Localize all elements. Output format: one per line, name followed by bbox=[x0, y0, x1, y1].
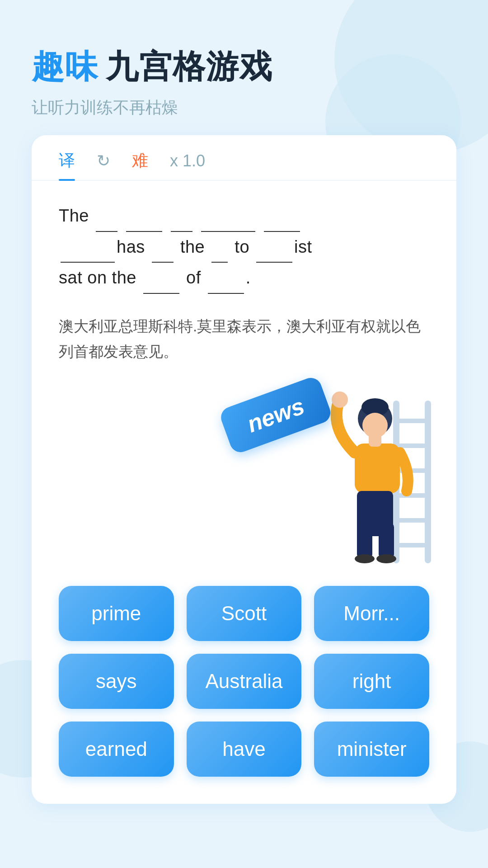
tab-difficulty[interactable]: 难 bbox=[132, 150, 148, 180]
blank-9 bbox=[256, 232, 292, 263]
svg-rect-1 bbox=[425, 401, 431, 563]
title-main: 九宫格游戏 bbox=[106, 45, 273, 89]
main-card: 译 ↻ 难 x 1.0 The bbox=[32, 135, 456, 804]
svg-rect-6 bbox=[393, 518, 431, 523]
svg-rect-2 bbox=[393, 419, 431, 423]
blank-10 bbox=[143, 263, 179, 294]
translation-text: 澳大利亚总理斯科特.莫里森表示，澳大利亚有权就以色列首都发表意见。 bbox=[32, 303, 456, 378]
svg-point-12 bbox=[362, 413, 388, 438]
tab-bar: 译 ↻ 难 x 1.0 bbox=[32, 135, 456, 181]
svg-point-17 bbox=[355, 554, 375, 563]
svg-point-18 bbox=[376, 554, 396, 563]
blank-1 bbox=[96, 201, 117, 232]
svg-rect-5 bbox=[393, 493, 431, 498]
refresh-icon: ↻ bbox=[97, 151, 110, 170]
tab-speed[interactable]: x 1.0 bbox=[170, 151, 205, 179]
word-btn-morrison[interactable]: Morr... bbox=[314, 586, 429, 641]
tab-translate[interactable]: 译 bbox=[59, 150, 75, 180]
word-btn-scott[interactable]: Scott bbox=[187, 586, 302, 641]
svg-rect-15 bbox=[357, 523, 372, 559]
blank-3 bbox=[171, 201, 192, 232]
word-btn-minister[interactable]: minister bbox=[314, 722, 429, 777]
svg-point-13 bbox=[332, 392, 348, 408]
blank-8 bbox=[211, 232, 228, 263]
sentence-text: The has the to ist sat on the bbox=[59, 201, 429, 294]
page-subtitle: 让听力训练不再枯燥 bbox=[32, 97, 456, 119]
word-btn-australia[interactable]: Australia bbox=[187, 654, 302, 709]
word-btn-right[interactable]: right bbox=[314, 654, 429, 709]
svg-rect-7 bbox=[393, 543, 431, 547]
word-btn-prime[interactable]: prime bbox=[59, 586, 174, 641]
svg-rect-16 bbox=[379, 523, 394, 559]
tab-refresh[interactable]: ↻ bbox=[97, 151, 110, 179]
header: 趣味 九宫格游戏 让听力训练不再枯燥 bbox=[32, 45, 456, 119]
word-grid: prime Scott Morr... says Australia right… bbox=[32, 568, 456, 786]
blank-5 bbox=[264, 201, 300, 232]
illustration-area: news bbox=[32, 378, 456, 568]
blank-4 bbox=[201, 201, 255, 232]
blank-7 bbox=[152, 232, 174, 263]
svg-rect-10 bbox=[355, 443, 400, 493]
blank-2 bbox=[126, 201, 162, 232]
title-accent: 趣味 bbox=[32, 45, 99, 89]
word-btn-earned[interactable]: earned bbox=[59, 722, 174, 777]
blank-11 bbox=[208, 263, 244, 294]
blank-6 bbox=[61, 232, 115, 263]
sentence-area: The has the to ist sat on the bbox=[32, 181, 456, 303]
word-btn-says[interactable]: says bbox=[59, 654, 174, 709]
page-title: 趣味 九宫格游戏 bbox=[32, 45, 456, 89]
person-illustration bbox=[312, 373, 438, 563]
word-btn-have[interactable]: have bbox=[187, 722, 302, 777]
